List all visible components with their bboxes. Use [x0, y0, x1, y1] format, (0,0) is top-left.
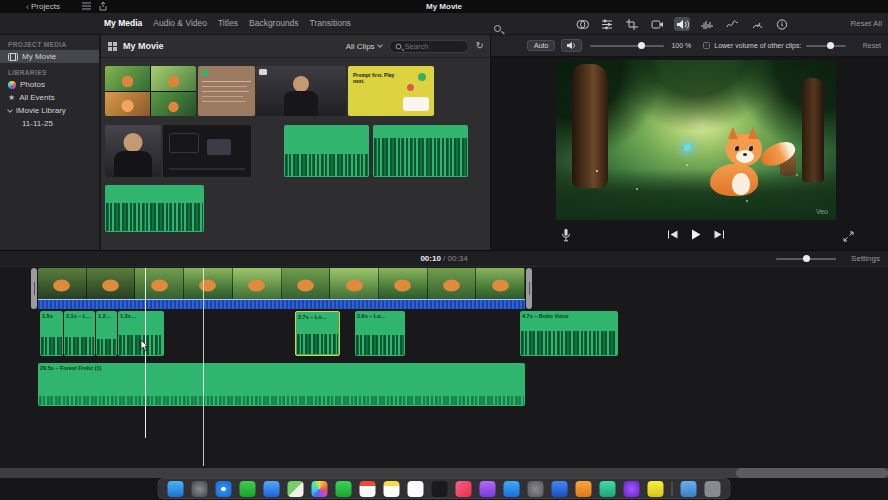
media-thumbnail-prompt-card[interactable]: Prompt first. Play next. — [348, 66, 434, 116]
dock-icon-notes[interactable] — [384, 481, 400, 497]
dock-icon-tv[interactable] — [432, 481, 448, 497]
timeline-audio-clip-selected[interactable]: 2.7s – Lo… — [295, 311, 340, 356]
equalizer-icon[interactable] — [724, 17, 740, 31]
dock-icon-reminders[interactable] — [408, 481, 424, 497]
zoom-slider-knob[interactable] — [803, 255, 810, 262]
sidebar-item-my-movie[interactable]: My Movie — [0, 50, 99, 63]
tab-audio-video[interactable]: Audio & Video — [153, 18, 207, 28]
horizontal-scrollbar[interactable] — [0, 468, 888, 478]
sidebar-item-event-date[interactable]: 11-11-25 — [0, 117, 99, 130]
volume-slider[interactable] — [590, 45, 664, 47]
dock-icon-music[interactable] — [456, 481, 472, 497]
skimmer-line[interactable] — [145, 268, 146, 438]
previous-frame-button[interactable] — [667, 230, 678, 239]
dock-icon-app-store[interactable] — [504, 481, 520, 497]
tab-titles[interactable]: Titles — [218, 18, 238, 28]
video-audio-waveform[interactable] — [38, 299, 525, 309]
crop-icon[interactable] — [624, 17, 640, 31]
dock-icon-finder[interactable] — [168, 481, 184, 497]
sidebar-item-imovie-library[interactable]: iMovie Library — [0, 104, 99, 117]
dock-icon-trash[interactable] — [705, 481, 721, 497]
list-view-icon[interactable] — [82, 2, 91, 11]
project-media-header: PROJECT MEDIA — [0, 35, 99, 50]
info-icon[interactable] — [774, 17, 790, 31]
lower-volume-checkbox[interactable] — [703, 42, 710, 49]
dock-icon-settings[interactable] — [528, 481, 544, 497]
play-button[interactable] — [691, 229, 701, 240]
timeline-audio-clip[interactable]: 4.7s – Bobo Voice — [520, 311, 618, 356]
color-balance-icon[interactable] — [574, 17, 590, 31]
media-thumbnail-presenter-wide[interactable] — [256, 66, 346, 116]
audio-waveform — [97, 339, 116, 355]
audio-waveform — [374, 138, 467, 176]
dock-icon-imovie[interactable] — [624, 481, 640, 497]
fox-character — [704, 136, 788, 198]
dock-icon-keynote[interactable] — [552, 481, 568, 497]
dock-icon-mail[interactable] — [264, 481, 280, 497]
voiceover-mic-icon[interactable] — [561, 228, 571, 242]
dock-icon-maps[interactable] — [288, 481, 304, 497]
timeline-settings-button[interactable]: Settings — [851, 254, 880, 263]
volume-adjust-icon[interactable] — [674, 17, 690, 31]
dock-icon-podcasts[interactable] — [480, 481, 496, 497]
dock-icon-launchpad[interactable] — [192, 481, 208, 497]
disclosure-chevron-icon[interactable] — [7, 107, 13, 113]
timeline-audio-clip[interactable]: 2.1s – L… — [64, 311, 95, 356]
mute-speaker-button[interactable] — [561, 39, 582, 52]
timeline-audio-clip[interactable]: 1.5s — [40, 311, 63, 356]
search-input[interactable] — [405, 42, 463, 51]
dock-icon-pages[interactable] — [576, 481, 592, 497]
dock-icon-downloads[interactable] — [681, 481, 697, 497]
video-track[interactable] — [38, 268, 525, 299]
tab-my-media[interactable]: My Media — [104, 18, 142, 28]
tab-backgrounds[interactable]: Backgrounds — [249, 18, 299, 28]
volume-slider-knob[interactable] — [638, 42, 645, 49]
timeline-zoom-slider[interactable] — [776, 258, 836, 260]
media-thumbnail-audio-clip[interactable] — [284, 125, 369, 177]
tab-transitions[interactable]: Transitions — [310, 18, 351, 28]
dock-icon-calendar[interactable] — [360, 481, 376, 497]
timeline-audio-clip[interactable]: 2.6s – Lu… — [355, 311, 405, 356]
all-clips-dropdown[interactable]: All Clips — [346, 42, 382, 51]
media-thumbnail-audio-clip[interactable] — [373, 125, 468, 177]
refresh-icon[interactable]: ↻ — [476, 41, 484, 51]
auto-volume-button[interactable]: Auto — [527, 40, 555, 51]
playhead-line[interactable] — [203, 268, 204, 466]
dock-icon-safari[interactable] — [216, 481, 232, 497]
stabilization-icon[interactable] — [649, 17, 665, 31]
media-thumbnail-presenter-close[interactable] — [105, 125, 161, 177]
dock-icon-messages[interactable] — [240, 481, 256, 497]
color-correction-icon[interactable] — [599, 17, 615, 31]
clip-grid-icon[interactable] — [108, 42, 117, 51]
reset-all-button[interactable]: Reset All — [850, 19, 882, 28]
scrollbar-thumb[interactable] — [736, 468, 888, 478]
trim-handle-left[interactable] — [31, 268, 37, 309]
reset-button[interactable]: Reset — [863, 42, 881, 49]
lower-volume-knob[interactable] — [827, 42, 834, 49]
toolbar-strip: My Media Audio & Video Titles Background… — [0, 13, 888, 35]
video-preview[interactable]: Veo — [556, 60, 836, 220]
media-thumbnail-document[interactable] — [198, 66, 255, 116]
enhance-magnifier-icon[interactable] — [494, 18, 501, 36]
timeline-audio-clip[interactable]: 1.2… — [96, 311, 117, 356]
next-frame-button[interactable] — [714, 230, 725, 239]
fullscreen-icon[interactable] — [843, 231, 854, 242]
dock-icon-photos[interactable] — [312, 481, 328, 497]
dock-icon-numbers[interactable] — [600, 481, 616, 497]
sidebar-item-all-events[interactable]: ★ All Events — [0, 91, 99, 104]
media-thumbnail-fox-collage[interactable] — [105, 66, 196, 116]
share-icon[interactable] — [99, 2, 107, 11]
dock-icon-facetime[interactable] — [336, 481, 352, 497]
dock-separator — [672, 482, 673, 496]
media-thumbnail-audio-clip[interactable] — [105, 185, 204, 232]
lower-volume-slider[interactable] — [806, 45, 846, 47]
trim-handle-right[interactable] — [526, 268, 532, 309]
speed-icon[interactable] — [749, 17, 765, 31]
dock-icon-photo-booth[interactable] — [648, 481, 664, 497]
background-music-clip[interactable]: 29.5s – Forest Frolic (1) — [38, 363, 525, 406]
timeline-ruler[interactable]: 00:10 / 00:34 Settings — [0, 251, 888, 267]
noise-reduction-icon[interactable] — [699, 17, 715, 31]
media-thumbnail-screen-recording[interactable] — [163, 125, 251, 177]
sidebar-item-photos[interactable]: Photos — [0, 78, 99, 91]
back-to-projects-button[interactable]: ‹ Projects — [26, 2, 60, 11]
